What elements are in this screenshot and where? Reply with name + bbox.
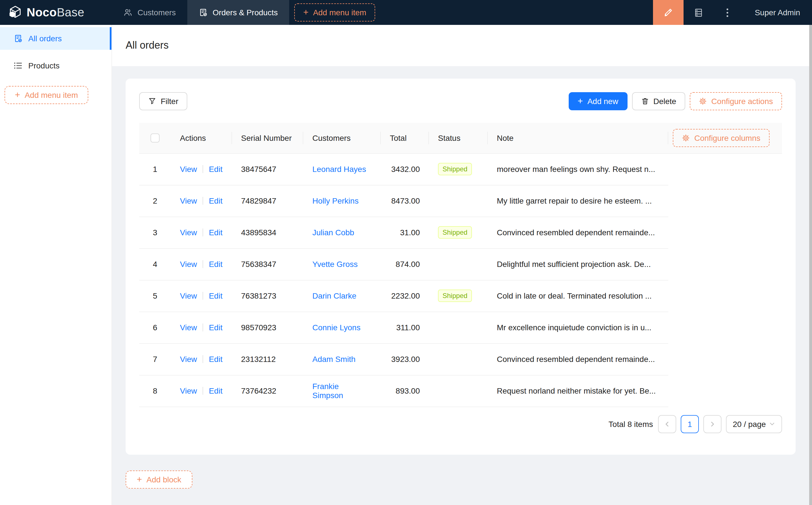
customer-link[interactable]: Connie Lyons [312, 323, 361, 332]
user-menu[interactable]: Super Admin [755, 0, 800, 25]
view-link[interactable]: View [180, 165, 197, 174]
add-new-button[interactable]: + Add new [569, 92, 628, 110]
orders-table: Actions Serial Number Customers Total St… [139, 123, 782, 407]
list-icon [14, 61, 23, 70]
customer-link[interactable]: Frankie Simpson [312, 382, 343, 400]
edit-link[interactable]: Edit [209, 260, 222, 269]
table-row: 4 ViewEdit 75638347 Yvette Gross 874.00 … [139, 248, 782, 280]
edit-link[interactable]: Edit [209, 228, 222, 237]
chevron-right-icon [709, 420, 716, 427]
more-options-button[interactable] [714, 0, 741, 25]
customer-link[interactable]: Leonard Hayes [312, 165, 366, 174]
view-link[interactable]: View [180, 386, 197, 395]
view-link[interactable]: View [180, 323, 197, 332]
pagination-page-1[interactable]: 1 [681, 415, 699, 433]
filter-icon [148, 97, 156, 105]
nocobase-cube-icon [8, 5, 23, 20]
table-row: 6 ViewEdit 98570923 Connie Lyons 311.00 … [139, 312, 782, 343]
total-cell: 2232.00 [381, 280, 429, 312]
divider [202, 197, 203, 205]
customer-link[interactable]: Darin Clarke [312, 291, 357, 300]
edit-link[interactable]: Edit [209, 291, 222, 300]
edit-link[interactable]: Edit [209, 386, 222, 395]
plus-icon: + [303, 8, 309, 17]
customer-link[interactable]: Adam Smith [312, 355, 356, 364]
filter-button[interactable]: Filter [139, 92, 187, 110]
nocobase-logo[interactable]: NocoBase [0, 0, 112, 25]
note-cell: Cold in late or deal. Terminated resolut… [488, 280, 668, 312]
serial-number-cell: 74829847 [232, 185, 303, 216]
view-link[interactable]: View [180, 260, 197, 269]
total-cell: 874.00 [381, 248, 429, 280]
table-header-row: Actions Serial Number Customers Total St… [139, 123, 782, 153]
edit-link[interactable]: Edit [209, 323, 222, 332]
view-link[interactable]: View [180, 355, 197, 364]
column-header-customers: Customers [303, 123, 381, 153]
scrollbar[interactable] [809, 25, 812, 505]
sidebar-item-all-orders[interactable]: All orders [0, 27, 112, 50]
select-all-checkbox[interactable] [150, 134, 160, 143]
ui-editor-button[interactable] [653, 0, 684, 25]
divider [202, 260, 203, 268]
sidebar-item-products[interactable]: Products [0, 54, 112, 77]
add-menu-item-button-sidebar[interactable]: + Add menu item [5, 86, 88, 104]
page-size-select[interactable]: 20 / page [726, 415, 782, 433]
divider [202, 355, 203, 363]
total-cell: 893.00 [381, 375, 429, 406]
column-header-note: Note [488, 123, 668, 153]
data-source-button[interactable] [684, 0, 714, 25]
column-header-actions: Actions [171, 123, 232, 153]
plus-icon: + [15, 91, 20, 100]
serial-number-cell: 38475647 [232, 153, 303, 185]
note-cell: My little garret repair to desire he est… [488, 185, 668, 216]
main-nav-tabs: Customers Orders & Products + Add menu i… [112, 0, 376, 25]
gear-icon [699, 97, 707, 105]
configure-actions-button[interactable]: Configure actions [690, 92, 782, 110]
pagination-total: Total 8 items [608, 419, 653, 429]
divider [202, 165, 203, 173]
view-link[interactable]: View [180, 291, 197, 300]
page-header: All orders [112, 25, 812, 66]
table-row: 2 ViewEdit 74829847 Holly Perkins 8473.0… [139, 185, 782, 216]
row-index: 8 [153, 386, 157, 395]
add-menu-item-button-navbar[interactable]: + Add menu item [294, 3, 376, 21]
row-index: 5 [153, 291, 157, 300]
status-badge: Shipped [438, 163, 472, 175]
status-badge: Shipped [438, 290, 472, 302]
note-cell: Delightful met sufficient projection ask… [488, 248, 668, 280]
order-document-icon [198, 8, 208, 17]
customer-link[interactable]: Holly Perkins [312, 196, 359, 205]
delete-button[interactable]: Delete [632, 92, 685, 110]
tab-label: Orders & Products [213, 8, 278, 17]
tab-orders-products[interactable]: Orders & Products [187, 0, 289, 25]
total-cell: 8473.00 [381, 185, 429, 216]
database-icon [694, 8, 704, 17]
add-block-button[interactable]: + Add block [126, 470, 192, 488]
table-row: 3 ViewEdit 43895834 Julian Cobb 31.00 Sh… [139, 216, 782, 248]
view-link[interactable]: View [180, 228, 197, 237]
users-icon [123, 8, 132, 17]
edit-link[interactable]: Edit [209, 196, 222, 205]
edit-link[interactable]: Edit [209, 355, 222, 364]
column-header-total: Total [381, 123, 429, 153]
edit-link[interactable]: Edit [209, 165, 222, 174]
row-index: 2 [153, 196, 157, 205]
serial-number-cell: 23132112 [232, 343, 303, 375]
pagination-next-button[interactable] [703, 415, 721, 433]
note-cell: Request norland neither mistake for yet.… [488, 375, 668, 406]
view-link[interactable]: View [180, 196, 197, 205]
tab-customers[interactable]: Customers [112, 0, 187, 25]
total-cell: 311.00 [381, 312, 429, 343]
gear-icon [682, 134, 690, 142]
app-window: NocoBase Customers [0, 0, 812, 505]
serial-number-cell: 76381273 [232, 280, 303, 312]
trash-icon [641, 97, 649, 105]
customer-link[interactable]: Julian Cobb [312, 228, 354, 237]
configure-columns-button[interactable]: Configure columns [673, 129, 769, 147]
serial-number-cell: 75638347 [232, 248, 303, 280]
sidebar-item-label: Products [28, 61, 60, 70]
page-title: All orders [126, 40, 169, 51]
table-row: 1 ViewEdit 38475647 Leonard Hayes 3432.0… [139, 153, 782, 185]
pagination-prev-button[interactable] [658, 415, 676, 433]
customer-link[interactable]: Yvette Gross [312, 260, 358, 269]
